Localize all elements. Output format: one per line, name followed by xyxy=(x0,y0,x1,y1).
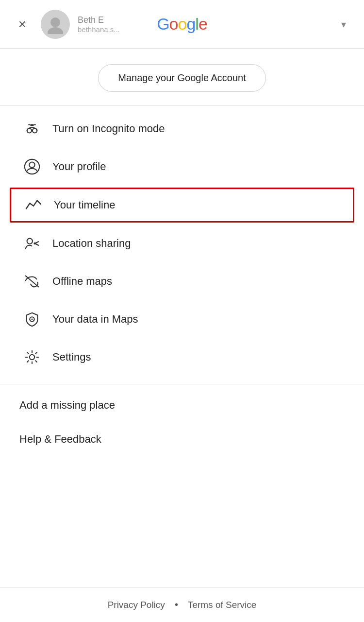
menu-item-settings[interactable]: Settings xyxy=(0,338,364,376)
svg-point-6 xyxy=(29,162,34,168)
svg-point-1 xyxy=(48,27,63,34)
user-name: Beth E xyxy=(78,15,120,25)
svg-point-7 xyxy=(27,239,33,244)
svg-rect-4 xyxy=(30,124,34,126)
menu-item-timeline[interactable]: Your timeline xyxy=(10,188,354,223)
profile-label: Your profile xyxy=(52,160,106,173)
header-right: ▾ xyxy=(335,16,352,33)
svg-point-11 xyxy=(32,319,33,320)
menu-list: Turn on Incognito mode Your profile Your… xyxy=(0,106,364,380)
offline-maps-icon xyxy=(19,273,45,290)
footer-separator: • xyxy=(175,599,178,610)
manage-account-section: Manage your Google Account xyxy=(0,49,364,106)
location-sharing-icon xyxy=(19,235,45,252)
menu-item-location-sharing[interactable]: Location sharing xyxy=(0,225,364,262)
svg-point-12 xyxy=(30,355,34,360)
svg-point-8 xyxy=(33,242,36,245)
incognito-label: Turn on Incognito mode xyxy=(52,122,165,135)
google-text: Google xyxy=(157,15,207,34)
account-chevron-icon[interactable]: ▾ xyxy=(335,16,352,33)
settings-icon xyxy=(19,349,45,365)
profile-icon xyxy=(19,158,45,175)
avatar xyxy=(41,10,70,39)
incognito-icon xyxy=(19,121,45,137)
footer: Privacy Policy • Terms of Service xyxy=(0,587,364,622)
location-sharing-label: Location sharing xyxy=(52,237,131,250)
menu-item-add-missing-place[interactable]: Add a missing place xyxy=(0,388,364,422)
menu-item-offline-maps[interactable]: Offline maps xyxy=(0,262,364,300)
svg-point-0 xyxy=(50,17,60,27)
user-email: bethhana.s... xyxy=(78,25,120,34)
offline-maps-label: Offline maps xyxy=(52,275,112,288)
header-left: × Beth E bethhana.s... xyxy=(12,10,120,39)
user-info: Beth E bethhana.s... xyxy=(78,15,120,34)
close-button[interactable]: × xyxy=(12,14,33,35)
menu-item-your-data[interactable]: Your data in Maps xyxy=(0,300,364,338)
timeline-label: Your timeline xyxy=(54,199,115,211)
timeline-icon xyxy=(21,197,46,213)
menu-item-help-feedback[interactable]: Help & Feedback xyxy=(0,422,364,456)
menu-item-profile[interactable]: Your profile xyxy=(0,148,364,186)
avatar-icon xyxy=(46,15,65,34)
header: × Beth E bethhana.s... Google ▾ xyxy=(0,0,364,49)
menu-divider xyxy=(0,384,364,384)
privacy-policy-link[interactable]: Privacy Policy xyxy=(108,600,165,610)
manage-account-button[interactable]: Manage your Google Account xyxy=(98,64,266,92)
add-missing-place-label: Add a missing place xyxy=(19,399,115,412)
your-data-label: Your data in Maps xyxy=(52,313,138,326)
settings-label: Settings xyxy=(52,351,91,363)
help-feedback-label: Help & Feedback xyxy=(19,433,101,446)
terms-of-service-link[interactable]: Terms of Service xyxy=(188,600,256,610)
menu-item-incognito[interactable]: Turn on Incognito mode xyxy=(0,110,364,148)
shield-icon xyxy=(19,311,45,328)
google-logo: Google xyxy=(157,15,207,34)
